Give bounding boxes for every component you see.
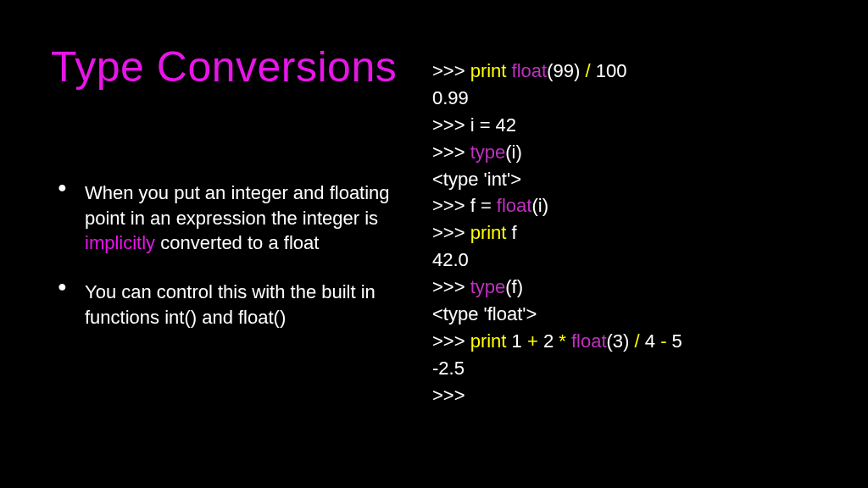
code-line: >>> f = float(i) [432,192,817,219]
code-text: >>> [432,60,470,81]
code-text: >>> f = [432,195,497,216]
code-operator: + [527,330,538,352]
bullet-list: When you put an integer and floating poi… [51,180,390,330]
code-text: (99) [547,60,585,81]
code-line: <type 'int'> [432,166,817,193]
code-builtin: type [470,141,506,163]
bullet-text: converted to a float [155,232,319,253]
bullet-text: You can control this with the built in f… [85,281,376,328]
code-keyword: print [470,60,507,81]
code-line: >>> print 1 + 2 * float(3) / 4 - 5 [432,328,817,355]
code-line: <type 'float'> [432,301,817,328]
code-builtin: type [470,276,506,297]
code-keyword: print [470,222,507,243]
code-line: -2.5 [432,355,817,382]
code-text: 100 [591,60,627,81]
slide-content: When you put an integer and floating poi… [51,142,817,409]
code-keyword: print [470,330,507,352]
code-line: >>> i = 42 [432,112,817,139]
code-text: >>> [432,141,470,163]
code-text: (f) [505,276,523,297]
code-line: >>> type(i) [432,139,817,166]
code-builtin: float [497,195,532,216]
code-builtin: float [571,330,607,352]
code-text: (3) [607,330,635,352]
code-text: >>> [432,330,470,352]
code-line: 0.99 [432,85,817,112]
code-text: 1 [506,330,526,352]
code-text: (i) [531,195,548,216]
bullet-text: When you put an integer and floating poi… [85,182,390,229]
code-line: >>> type(f) [432,274,817,301]
code-builtin: float [512,60,548,81]
code-line: 42.0 [432,247,817,274]
list-item: You can control this with the built in f… [51,280,390,330]
slide: Type Conversions When you put an integer… [0,0,868,488]
code-text: 5 [666,330,682,352]
code-operator: * [559,330,566,352]
code-text: >>> [432,276,470,297]
code-column: >>> print float(99) / 100 0.99 >>> i = 4… [432,58,817,409]
code-line: >>> print float(99) / 100 [432,58,817,85]
code-line: >>> [432,382,817,409]
code-text: (i) [505,141,522,163]
code-line: >>> print f [432,219,817,247]
code-text: 4 [640,330,660,352]
code-text: >>> [432,222,470,243]
code-text: 2 [538,330,559,352]
bullet-highlight: implicitly [85,232,155,253]
bullet-column: When you put an integer and floating poi… [51,142,390,353]
list-item: When you put an integer and floating poi… [51,180,390,256]
code-text: f [506,222,516,243]
